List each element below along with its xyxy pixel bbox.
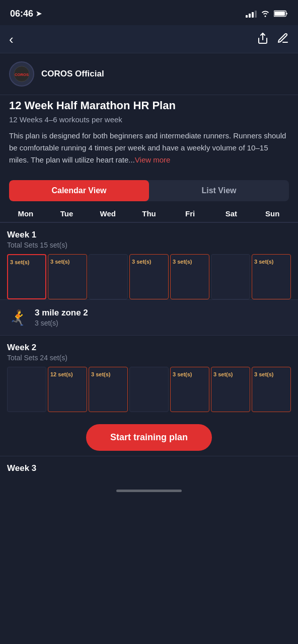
status-bar: 06:46 ➤	[0, 0, 298, 25]
week2-cell-sets-5: 3 set(s)	[213, 371, 233, 377]
day-label-tue: Tue	[46, 209, 88, 218]
workout-info: 3 mile zone 2 3 set(s)	[35, 308, 88, 327]
week1-sets: Total Sets 15 set(s)	[7, 241, 291, 249]
week1-cell-sets-4: 3 set(s)	[173, 259, 192, 265]
day-label-mon: Mon	[5, 209, 46, 218]
week1-cell-5	[211, 254, 250, 299]
week3-title: Week 3	[7, 463, 291, 473]
edit-button[interactable]	[277, 32, 289, 46]
week2-cell-5[interactable]: 3 set(s)	[211, 367, 250, 412]
week2-cell-sets-6: 3 set(s)	[254, 371, 274, 377]
status-time: 06:46 ➤	[10, 9, 42, 19]
week1-title: Week 1	[7, 230, 291, 240]
nav-actions	[257, 32, 289, 46]
calendar-header: MonTueWedThuFriSatSun	[0, 201, 298, 222]
location-arrow-icon: ➤	[36, 10, 42, 18]
view-toggle: Calendar View List View	[9, 180, 289, 201]
running-icon: 🏃	[9, 309, 28, 327]
week1-cell-2	[89, 254, 128, 299]
home-bar	[116, 490, 182, 492]
week1-cell-sets-3: 3 set(s)	[132, 259, 152, 265]
week1-cell-1[interactable]: 3 set(s)	[48, 254, 87, 299]
plan-subtitle: 12 Weeks 4–6 workouts per week	[9, 115, 289, 124]
svg-rect-1	[274, 12, 285, 16]
nav-bar: ‹	[0, 25, 298, 53]
status-icons	[246, 10, 288, 18]
week1-cell-sets-6: 3 set(s)	[254, 259, 274, 265]
week2-cell-sets-4: 3 set(s)	[173, 371, 192, 377]
week3-section: Week 3	[0, 456, 298, 485]
week2-sets: Total Sets 24 set(s)	[7, 354, 291, 362]
time-display: 06:46	[10, 9, 33, 19]
view-more-link[interactable]: View more	[135, 155, 171, 164]
svg-text:COROS: COROS	[15, 72, 29, 77]
week2-title: Week 2	[7, 343, 291, 353]
week2-wrapper: Week 2 Total Sets 24 set(s) 12 set(s)3 s…	[0, 336, 298, 456]
week1-cell-6[interactable]: 3 set(s)	[252, 254, 291, 299]
week2-cell-6[interactable]: 3 set(s)	[252, 367, 291, 412]
list-view-button[interactable]: List View	[149, 180, 289, 201]
week1-cell-sets-0: 3 set(s)	[10, 259, 30, 265]
week1-cell-sets-1: 3 set(s)	[50, 259, 70, 265]
wifi-icon	[261, 10, 270, 17]
day-label-wed: Wed	[87, 209, 128, 218]
week1-cell-0[interactable]: 3 set(s)	[7, 254, 46, 299]
start-training-button[interactable]: Start training plan	[86, 424, 212, 451]
week2-cell-sets-1: 12 set(s)	[50, 371, 73, 377]
week2-cell-sets-2: 3 set(s)	[91, 371, 111, 377]
coros-logo-icon: COROS	[13, 65, 30, 83]
day-label-sat: Sat	[211, 209, 252, 218]
calendar-view-button[interactable]: Calendar View	[9, 180, 149, 201]
back-button[interactable]: ‹	[9, 33, 14, 46]
week2-cell-2[interactable]: 3 set(s)	[89, 367, 128, 412]
workout-name: 3 mile zone 2	[35, 308, 88, 318]
plan-description: This plan is designed for both beginners…	[9, 130, 289, 166]
author-name: COROS Official	[41, 69, 104, 79]
week2-cell-3	[129, 367, 169, 412]
battery-icon	[274, 10, 288, 17]
week2-calendar-grid: 12 set(s)3 set(s)3 set(s)3 set(s)3 set(s…	[7, 367, 291, 412]
week1-calendar-grid: 3 set(s)3 set(s)3 set(s)3 set(s)3 set(s)	[7, 254, 291, 299]
week2-cell-0	[7, 367, 46, 412]
workout-sets-detail: 3 set(s)	[35, 319, 88, 327]
edit-icon	[277, 32, 289, 44]
week1-cell-4[interactable]: 3 set(s)	[170, 254, 209, 299]
plan-info: 12 Week Half Marathon HR Plan 12 Weeks 4…	[0, 95, 298, 174]
day-label-fri: Fri	[170, 209, 211, 218]
share-icon	[257, 32, 269, 44]
avatar: COROS	[9, 61, 34, 87]
share-button[interactable]	[257, 32, 269, 46]
author-row: COROS COROS Official	[0, 53, 298, 95]
week1-cell-3[interactable]: 3 set(s)	[129, 254, 169, 299]
signal-icon	[246, 10, 257, 18]
plan-title: 12 Week Half Marathon HR Plan	[9, 99, 289, 112]
workout-detail: 🏃 3 mile zone 2 3 set(s)	[0, 299, 298, 335]
day-label-thu: Thu	[128, 209, 170, 218]
start-btn-wrapper: Start training plan	[0, 424, 298, 456]
home-indicator	[0, 485, 298, 497]
week2-cell-1[interactable]: 12 set(s)	[48, 367, 87, 412]
week1-section: Week 1 Total Sets 15 set(s) 3 set(s)3 se…	[0, 223, 298, 299]
week2-cell-4[interactable]: 3 set(s)	[170, 367, 209, 412]
day-label-sun: Sun	[252, 209, 293, 218]
